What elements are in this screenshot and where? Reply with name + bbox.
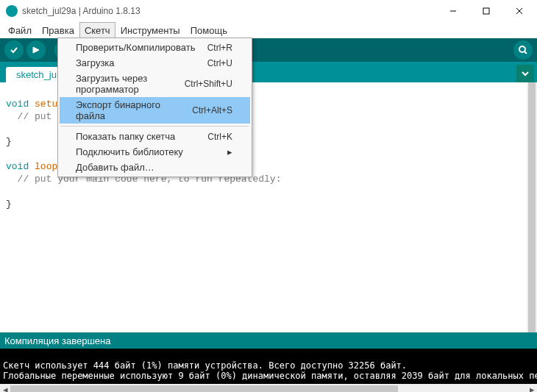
serial-monitor-button[interactable] <box>513 40 533 60</box>
titlebar: sketch_jul29a | Arduino 1.8.13 <box>0 0 537 22</box>
console-output: Скетч использует 444 байт (1%) памяти ус… <box>0 349 537 384</box>
menu-tools[interactable]: Инструменты <box>115 22 185 38</box>
close-button[interactable] <box>502 1 536 21</box>
svg-marker-4 <box>33 47 39 53</box>
menu-separator <box>60 126 249 126</box>
menu-item-verify-compile[interactable]: Проверить/Компилировать Ctrl+R <box>60 40 250 55</box>
menu-item-add-file[interactable]: Добавить файл… <box>60 160 250 175</box>
editor-vscrollbar[interactable] <box>527 82 537 332</box>
window-title: sketch_jul29a | Arduino 1.8.13 <box>22 6 141 16</box>
maximize-button[interactable] <box>469 1 502 21</box>
minimize-button[interactable] <box>436 1 469 21</box>
menu-edit[interactable]: Правка <box>37 22 79 38</box>
menu-help[interactable]: Помощь <box>185 22 232 38</box>
code-fn: loop <box>35 161 57 172</box>
svg-rect-1 <box>483 8 489 14</box>
arduino-app-icon <box>6 5 18 17</box>
menubar: Файл Правка Скетч Инструменты Помощь <box>0 22 537 38</box>
menu-item-export-binary[interactable]: Экспорт бинарного файла Ctrl+Alt+S <box>60 97 250 124</box>
svg-point-8 <box>519 46 525 52</box>
upload-button[interactable] <box>26 40 46 60</box>
code-kw: void <box>6 161 29 172</box>
verify-button[interactable] <box>4 40 24 60</box>
scroll-left-icon[interactable]: ◂ <box>0 384 10 392</box>
console-line: Глобальные переменные используют 9 байт … <box>3 371 537 381</box>
scroll-right-icon[interactable]: ▸ <box>527 384 537 392</box>
status-message: Компиляция завершена <box>4 335 111 346</box>
menu-item-include-library[interactable]: Подключить библиотеку ▸ <box>60 144 250 160</box>
svg-line-9 <box>524 51 527 54</box>
status-bar: Компиляция завершена <box>0 332 537 349</box>
console-line: Скетч использует 444 байт (1%) памяти ус… <box>3 360 407 371</box>
menu-item-upload[interactable]: Загрузка Ctrl+U <box>60 55 250 71</box>
console-hscrollbar[interactable]: ◂ ▸ <box>0 384 537 392</box>
menu-sketch[interactable]: Скетч <box>79 22 115 38</box>
code-kw: void <box>6 99 29 110</box>
submenu-arrow-icon: ▸ <box>227 146 232 157</box>
menu-item-show-sketch-folder[interactable]: Показать папку скетча Ctrl+K <box>60 129 250 144</box>
tab-menu-button[interactable] <box>516 65 534 82</box>
sketch-menu-dropdown: Проверить/Компилировать Ctrl+R Загрузка … <box>57 38 252 177</box>
menu-file[interactable]: Файл <box>3 22 37 38</box>
menu-item-upload-programmer[interactable]: Загрузить через программатор Ctrl+Shift+… <box>60 71 250 97</box>
